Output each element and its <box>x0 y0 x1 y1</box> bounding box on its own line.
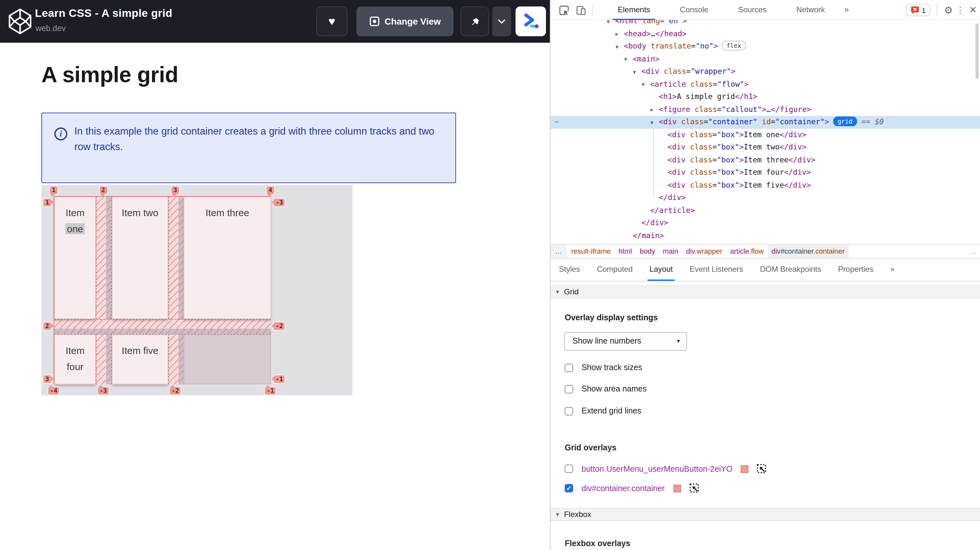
expand-arrow-closed-icon[interactable]: ▶ <box>651 104 653 116</box>
tab-properties[interactable]: Properties <box>830 259 882 281</box>
tab-event-listeners[interactable]: Event Listeners <box>681 259 751 281</box>
more-sidebar-tabs-icon[interactable]: » <box>882 259 903 281</box>
dom-tree-scrollbar[interactable] <box>975 23 979 79</box>
checkbox-row[interactable]: Show track sizes <box>565 363 642 372</box>
tab-layout[interactable]: Layout <box>641 259 681 281</box>
expand-arrow-open-icon[interactable]: ▼ <box>616 40 619 53</box>
header-dropdown-button[interactable] <box>492 6 511 36</box>
grid-line-number-badge: 3 <box>43 375 52 384</box>
dom-node[interactable]: ▼<article class="flow"> <box>550 78 980 91</box>
overlay-color-swatch[interactable] <box>741 465 749 473</box>
select-element-icon[interactable] <box>757 464 767 473</box>
dom-token: > <box>739 142 744 151</box>
grid-item-label: Item five <box>122 345 158 356</box>
dom-node[interactable]: <div class="box">Item four</div> <box>550 166 980 179</box>
dom-token: <div <box>668 167 685 177</box>
breadcrumb-item[interactable]: article.flow <box>726 245 767 258</box>
grid-line-number-badge: -3 <box>97 386 110 395</box>
checkbox-unchecked[interactable] <box>565 465 573 473</box>
expand-arrow-open-icon[interactable]: ▼ <box>624 53 627 66</box>
crumb-part: #container <box>780 247 813 255</box>
toolbar-separator <box>592 4 593 16</box>
expand-arrow-open-icon[interactable]: ▼ <box>651 116 653 129</box>
crumb-part: html <box>619 247 632 255</box>
checkbox-checked[interactable]: ✓ <box>565 484 573 493</box>
dom-token: "wrapper" <box>690 67 731 76</box>
dom-token: = <box>713 155 717 164</box>
inspect-element-icon[interactable] <box>559 5 569 16</box>
grid-overlay-row[interactable]: button.UserMenu_userMenuButton-2eiYO <box>565 464 767 473</box>
codepen-logo-icon <box>8 8 32 35</box>
checkbox-unchecked[interactable] <box>565 385 573 393</box>
dom-node[interactable]: ⋯▼<div class="container" id="container">… <box>550 116 980 128</box>
dom-node[interactable]: <div class="box">Item one</div> <box>550 128 980 141</box>
dom-node[interactable]: </article> <box>550 204 980 217</box>
checkbox-row[interactable]: Extend grid lines <box>565 407 641 415</box>
close-devtools-icon[interactable]: ✕ <box>969 0 977 20</box>
checkbox-unchecked[interactable] <box>565 363 573 372</box>
flex-badge[interactable]: flex <box>722 41 746 51</box>
expand-arrow-open-icon[interactable]: ▼ <box>642 78 644 91</box>
dom-node[interactable]: <div class="box">Item five</div> <box>550 179 980 191</box>
dom-token: <figure <box>659 105 690 113</box>
overlay-color-swatch[interactable] <box>673 484 681 492</box>
settings-gear-icon[interactable]: ⚙ <box>944 0 953 20</box>
error-count: 1 <box>922 6 926 14</box>
tab-sources[interactable]: Sources <box>728 0 777 20</box>
dom-token: lang <box>638 20 660 25</box>
breadcrumb-overflow-right[interactable]: … <box>970 245 977 258</box>
grid-section-header[interactable]: ▼Grid <box>550 285 980 298</box>
tab-network[interactable]: Network <box>786 0 835 20</box>
pin-button[interactable] <box>461 6 489 36</box>
dom-node[interactable]: ▼<main> <box>550 53 980 65</box>
expand-arrow-closed-icon[interactable]: ▶ <box>616 28 619 40</box>
brand-logo-button[interactable] <box>515 6 546 36</box>
dom-node[interactable]: ▶<head>…</head> <box>550 27 980 40</box>
dom-token: = <box>713 142 717 151</box>
breadcrumb-item[interactable]: body <box>636 245 659 258</box>
dom-node[interactable]: ▶<figure class="callout">…</figure> <box>550 103 980 116</box>
expand-arrow-open-icon[interactable]: ▼ <box>633 66 636 78</box>
dom-node[interactable]: <div class="box">Item two</div> <box>550 141 980 154</box>
change-view-button[interactable]: Change View <box>356 6 453 36</box>
embed-site[interactable]: web.dev <box>36 24 66 33</box>
expand-arrow-open-icon[interactable]: ▼ <box>607 20 610 28</box>
tab-styles[interactable]: Styles <box>550 259 588 281</box>
kebab-menu-icon[interactable]: ⋮ <box>956 0 964 20</box>
dom-node-menu-dots[interactable]: ⋯ <box>554 116 560 128</box>
dom-token: "flow" <box>718 79 744 88</box>
dom-token: "box" <box>717 142 739 151</box>
error-count-badge[interactable]: 1 <box>906 4 930 16</box>
breadcrumb-item[interactable]: main <box>659 245 682 258</box>
breadcrumb-item[interactable]: div#container.container <box>767 245 848 258</box>
device-toolbar-icon[interactable] <box>576 5 586 16</box>
breadcrumb-item[interactable]: html <box>614 245 636 258</box>
dom-token: <div <box>668 155 685 164</box>
checkbox-row[interactable]: Show area names <box>565 384 647 394</box>
more-tabs-icon[interactable]: » <box>844 0 849 20</box>
tab-computed[interactable]: Computed <box>588 259 641 281</box>
breadcrumb-item[interactable]: result-iframe <box>567 245 614 258</box>
dom-node[interactable]: </div> <box>550 217 980 230</box>
grid-badge[interactable]: grid <box>833 116 857 126</box>
select-element-icon[interactable] <box>689 483 699 493</box>
checkbox-unchecked[interactable] <box>565 407 573 415</box>
tab-elements[interactable]: Elements <box>608 0 660 20</box>
tab-dom-breakpoints[interactable]: DOM Breakpoints <box>752 259 830 281</box>
dom-token: </div> <box>659 193 686 202</box>
breadcrumb-item[interactable]: div.wrapper <box>682 245 726 258</box>
dom-node[interactable]: <div class="box">Item three</div> <box>550 154 980 166</box>
dom-node[interactable]: ▼<div class="wrapper"> <box>550 65 980 78</box>
dom-node[interactable]: <h1>A simple grid</h1> <box>550 91 980 103</box>
breadcrumb-overflow-left[interactable]: … <box>550 245 567 258</box>
dom-token: class <box>690 105 717 113</box>
flexbox-section-header[interactable]: ▼Flexbox <box>550 508 980 521</box>
dom-node[interactable]: ▼<html lang="en"> <box>550 20 980 27</box>
tab-console[interactable]: Console <box>670 0 719 20</box>
dom-node[interactable]: </main> <box>550 230 980 242</box>
heart-button[interactable]: ♥ <box>316 6 347 36</box>
dom-node[interactable]: </div> <box>550 191 980 204</box>
overlay-display-select[interactable]: Show line numbers ▾ <box>564 332 687 351</box>
dom-node[interactable]: ▼<body translate="no">flex <box>550 40 980 53</box>
grid-overlay-row[interactable]: ✓div#container.container <box>565 483 699 493</box>
